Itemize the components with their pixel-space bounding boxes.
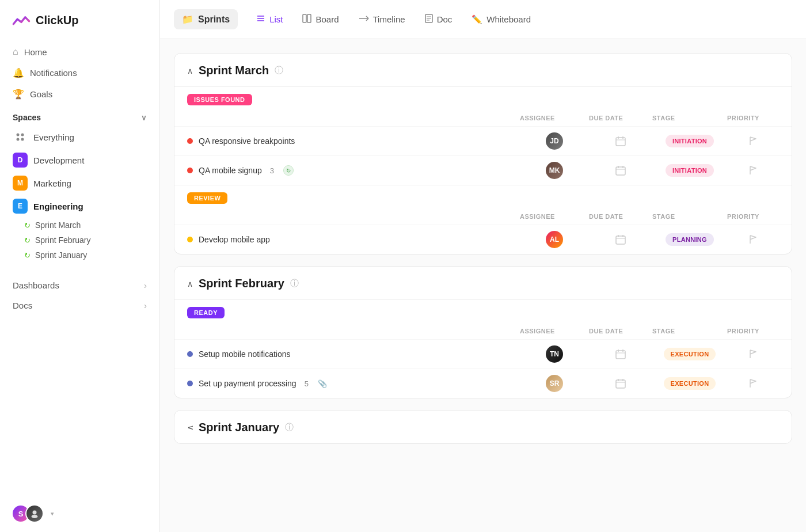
topbar-tabs: List Board Timeline Doc ✏: [247, 9, 540, 29]
svg-rect-10: [307, 14, 311, 22]
sidebar-item-home[interactable]: ⌂ Home: [7, 41, 153, 62]
sprint-january-title: Sprint January: [199, 421, 279, 434]
stage-cell: INITIATION: [652, 135, 727, 147]
col-priority-r: PRIORITY: [727, 213, 779, 220]
dashboards-label: Dashboards: [13, 280, 59, 290]
table-row[interactable]: Set up payment processing 5 📎 SR EXECUTI…: [174, 368, 792, 398]
footer-chevron-icon[interactable]: ▾: [51, 510, 54, 518]
avatar: AL: [546, 231, 563, 248]
attachment-icon: 📎: [318, 379, 327, 388]
priority-cell[interactable]: [727, 379, 779, 388]
due-date-cell[interactable]: [589, 349, 652, 359]
task-name: Set up payment processing: [199, 379, 296, 388]
sidebar-item-sprint-march[interactable]: ↻ Sprint March: [18, 218, 153, 233]
calendar-icon: [615, 349, 626, 359]
calendar-icon: [615, 136, 626, 146]
group-ready-columns: ASSIGNEE DUE DATE STAGE PRIORITY: [174, 325, 792, 339]
col-due-date-rd: DUE DATE: [589, 328, 652, 335]
tab-list[interactable]: List: [247, 9, 292, 29]
stage-cell: INITIATION: [652, 164, 727, 177]
sprint-february-info-icon[interactable]: ⓘ: [290, 278, 299, 289]
priority-cell[interactable]: [727, 136, 779, 146]
stage-badge: INITIATION: [666, 164, 714, 177]
task-name: QA mobile signup: [199, 166, 262, 175]
svg-point-3: [21, 138, 24, 141]
table-row[interactable]: Setup mobile notifications TN EXECUTION: [174, 339, 792, 368]
tab-timeline[interactable]: Timeline: [349, 9, 415, 29]
svg-point-4: [33, 511, 37, 515]
topbar: 📁 Sprints List Board Timeline: [160, 0, 806, 39]
priority-cell[interactable]: [727, 235, 779, 244]
sprint-february-chevron-icon[interactable]: ∧: [187, 279, 193, 288]
due-date-cell[interactable]: [589, 234, 652, 245]
sidebar-item-everything[interactable]: Everything: [7, 126, 153, 149]
sidebar-item-sprint-february-label: Sprint February: [35, 235, 90, 245]
tab-board[interactable]: Board: [293, 9, 348, 29]
priority-cell[interactable]: [727, 166, 779, 175]
table-row[interactable]: QA mobile signup 3 ↻ MK INITIATION: [174, 155, 792, 185]
sprint-march-group-issues: ISSUES FOUND ASSIGNEE DUE DATE STAGE PRI…: [174, 86, 792, 185]
spaces-chevron-icon: ∨: [141, 113, 147, 122]
sidebar-item-home-label: Home: [24, 47, 47, 57]
sprint-january-card: ∧ Sprint January ⓘ: [174, 410, 792, 444]
due-date-cell[interactable]: [589, 378, 652, 389]
task-name: Setup mobile notifications: [199, 349, 291, 359]
avatar: JD: [546, 132, 563, 150]
task-name-cell: Develop mobile app: [187, 235, 520, 244]
table-row[interactable]: QA responsive breakpoints JD INITIATION: [174, 126, 792, 155]
sidebar-item-notifications[interactable]: 🔔 Notifications: [7, 62, 153, 83]
col-due-date-r: DUE DATE: [589, 213, 652, 220]
logo-container: ClickUp: [0, 0, 159, 39]
sprint-january-chevron-icon[interactable]: ∧: [185, 425, 195, 431]
sprint-march-header: ∧ Sprint March ⓘ: [174, 54, 792, 86]
stage-cell: EXECUTION: [652, 377, 727, 390]
calendar-icon: [615, 378, 626, 389]
sidebar-item-dashboards[interactable]: Dashboards ›: [7, 275, 153, 295]
sprint-march-info-icon[interactable]: ⓘ: [275, 65, 283, 76]
sidebar-item-engineering-label: Engineering: [33, 202, 83, 211]
stage-badge: EXECUTION: [664, 348, 716, 360]
logo-text: ClickUp: [36, 14, 78, 27]
doc-icon: [425, 14, 433, 25]
avatar-secondary[interactable]: [25, 504, 44, 523]
sprint-january-info-icon[interactable]: ⓘ: [285, 422, 294, 433]
sidebar-item-sprint-january[interactable]: ↻ Sprint January: [18, 248, 153, 263]
col-stage-rd: STAGE: [652, 328, 727, 335]
flag-icon: [748, 136, 758, 146]
priority-cell[interactable]: [727, 349, 779, 359]
folder-breadcrumb[interactable]: 📁 Sprints: [174, 9, 238, 29]
svg-point-0: [17, 134, 20, 136]
sidebar-item-goals[interactable]: 🏆 Goals: [7, 83, 153, 105]
sidebar-item-marketing[interactable]: M Marketing: [7, 172, 153, 195]
assignee-cell: AL: [520, 231, 589, 248]
due-date-cell[interactable]: [589, 136, 652, 146]
task-dot-icon: [187, 138, 193, 144]
issues-found-badge: ISSUES FOUND: [187, 94, 252, 105]
board-icon: [302, 14, 311, 25]
task-name-cell: Setup mobile notifications: [187, 349, 520, 359]
task-count: 3: [270, 166, 274, 175]
sprint-march-chevron-icon[interactable]: ∧: [187, 66, 193, 75]
docs-label: Docs: [13, 301, 32, 310]
table-row[interactable]: Develop mobile app AL PLANNING: [174, 225, 792, 254]
assignee-cell: JD: [520, 132, 589, 150]
sidebar-item-development[interactable]: D Development: [7, 149, 153, 172]
col-assignee-rd: ASSIGNEE: [520, 328, 589, 335]
spaces-section-header[interactable]: Spaces ∨: [0, 107, 159, 126]
clickup-logo-icon: [12, 10, 31, 30]
sidebar-item-sprint-february[interactable]: ↻ Sprint February: [18, 233, 153, 248]
assignee-cell: SR: [520, 375, 589, 392]
svg-rect-22: [616, 167, 625, 175]
marketing-dot: M: [13, 176, 28, 191]
assignee-cell: TN: [520, 345, 589, 363]
sprint-march-card: ∧ Sprint March ⓘ ISSUES FOUND ASSIGNEE D…: [174, 53, 792, 254]
task-dot-icon: [187, 237, 193, 242]
sidebar-item-docs[interactable]: Docs ›: [7, 295, 153, 316]
sprint-january-header: ∧ Sprint January ⓘ: [174, 411, 792, 443]
due-date-cell[interactable]: [589, 165, 652, 176]
svg-point-5: [32, 515, 38, 518]
sidebar-item-engineering[interactable]: E Engineering: [7, 195, 153, 218]
tab-doc[interactable]: Doc: [416, 9, 462, 29]
tab-whiteboard[interactable]: ✏️ Whiteboard: [462, 10, 540, 29]
sidebar-footer: S ▾: [0, 495, 159, 532]
